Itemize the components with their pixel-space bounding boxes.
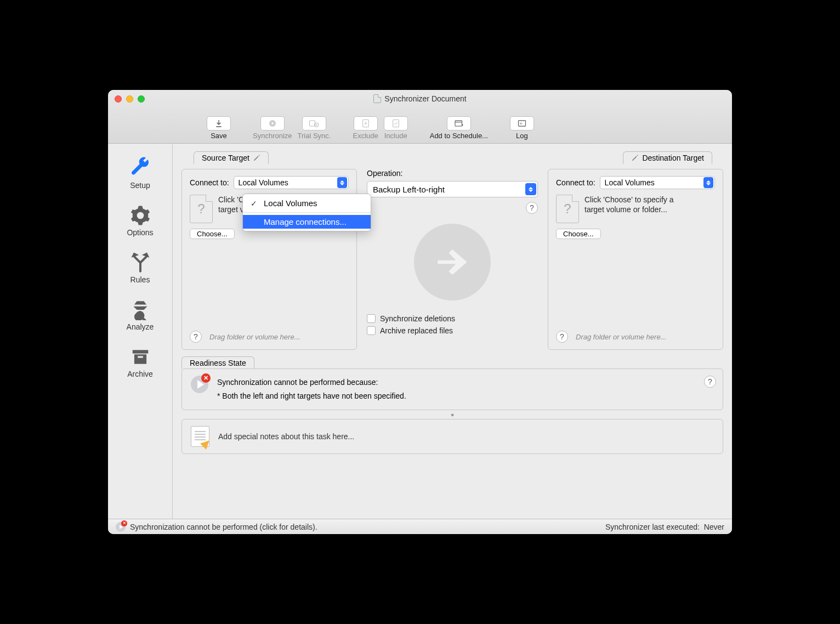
titlebar: Synchronizer Document Save Synchronize T… (108, 90, 732, 144)
log-button[interactable]: \n Log (510, 116, 534, 140)
readiness-tab: Readiness State (181, 356, 254, 369)
destination-target-tab[interactable]: Destination Target (623, 151, 712, 164)
sidebar-item-analyze[interactable]: Analyze (127, 299, 154, 331)
destination-connect-select[interactable]: Local Volumes (600, 176, 715, 189)
schedule-label: Add to Schedule... (430, 132, 488, 140)
unknown-document-icon: ? (556, 195, 579, 223)
svg-rect-6 (393, 120, 399, 127)
status-bar: ✕ Synchronization cannot be performed (c… (108, 519, 732, 534)
select-arrows-icon (703, 177, 713, 188)
sync-deletions-label: Synchronize deletions (380, 314, 455, 323)
last-executed-value: Never (704, 523, 724, 531)
destination-drop-hint: Drag folder or volume here... (576, 333, 666, 341)
checkmark-icon: ✓ (251, 199, 258, 208)
readiness-tab-label: Readiness State (190, 359, 246, 367)
body: Setup Options Rules Analyze Archive (108, 144, 732, 519)
source-panel: Connect to: Local Volumes ? Click 'Choos… (181, 169, 357, 350)
source-tab-label: Source Target (202, 154, 249, 162)
archive-replaced-checkbox[interactable]: Archive replaced files (367, 326, 538, 335)
connect-dropdown-menu: ✓ Local Volumes Manage connections... (242, 194, 371, 231)
checkbox-icon (367, 326, 376, 335)
svg-rect-14 (134, 354, 146, 364)
synchronize-button[interactable]: Synchronize (253, 116, 292, 140)
branch-icon (130, 252, 151, 273)
save-label: Save (211, 132, 227, 140)
source-drop-hint: Drag folder or volume here... (209, 333, 300, 341)
readiness-tab-row: Readiness State (181, 356, 723, 369)
help-button[interactable]: ? (190, 331, 202, 343)
destination-tab-label: Destination Target (642, 154, 704, 162)
operation-select[interactable]: Backup Left-to-right (367, 181, 538, 197)
status-icon: ✕ (116, 522, 126, 532)
error-badge-icon: ✕ (201, 373, 211, 383)
select-arrows-icon (525, 183, 536, 195)
content-pane: Source Target Destination Target Connect… (173, 144, 732, 519)
include-button[interactable]: Include (384, 116, 408, 140)
operation-column: Operation: Backup Left-to-right ? Synchr… (364, 169, 541, 350)
status-left[interactable]: ✕ Synchronization cannot be performed (c… (116, 522, 317, 532)
svg-rect-13 (132, 350, 148, 353)
operation-label: Operation: (367, 169, 538, 178)
exclude-label: Exclude (353, 132, 378, 140)
analyze-label: Analyze (127, 322, 154, 331)
sync-deletions-checkbox[interactable]: Synchronize deletions (367, 314, 538, 323)
target-tabs-row: Source Target Destination Target (181, 151, 723, 163)
pencil-icon (631, 154, 639, 162)
svg-rect-15 (138, 356, 143, 358)
resize-grip[interactable]: ● (181, 411, 723, 418)
menu-item-label: Local Volumes (264, 198, 317, 208)
exclude-button[interactable]: Exclude (353, 116, 378, 140)
readiness-status-icon: ✕ (191, 376, 208, 393)
targets-row: Connect to: Local Volumes ? Click 'Choos… (181, 169, 723, 350)
sidebar-item-options[interactable]: Options (127, 205, 153, 237)
archive-icon (130, 347, 151, 367)
gear-icon (130, 205, 151, 226)
direction-arrow-icon (414, 224, 491, 300)
notes-placeholder: Add special notes about this task here..… (218, 432, 354, 441)
destination-panel: Connect to: Local Volumes ? Click 'Choos… (548, 169, 723, 350)
destination-connect-label: Connect to: (556, 178, 595, 187)
status-message: Synchronization cannot be performed (cli… (130, 523, 317, 531)
last-executed-label: Synchronizer last executed: (605, 523, 700, 531)
rules-label: Rules (130, 275, 150, 284)
sidebar-item-archive[interactable]: Archive (127, 347, 153, 378)
sidebar-item-rules[interactable]: Rules (130, 252, 151, 284)
app-window: Synchronizer Document Save Synchronize T… (108, 90, 732, 534)
synchronize-label: Synchronize (253, 132, 292, 140)
analyze-icon (130, 299, 151, 320)
destination-hint-text: Click 'Choose' to specify a target volum… (584, 195, 694, 214)
svg-marker-4 (316, 124, 318, 126)
menu-item-label: Manage connections... (264, 217, 347, 226)
window-title-text: Synchronizer Document (384, 94, 466, 103)
save-button[interactable]: Save (207, 116, 231, 140)
help-button[interactable]: ? (704, 376, 716, 388)
pencil-icon (253, 154, 260, 162)
document-icon (373, 94, 381, 103)
menu-item-local-volumes[interactable]: ✓ Local Volumes (243, 196, 371, 210)
readiness-panel: ✕ Synchronization cannot be performed be… (181, 368, 723, 410)
menu-item-manage-connections[interactable]: Manage connections... (243, 215, 371, 229)
menu-separator (243, 212, 371, 213)
help-button[interactable]: ? (526, 202, 538, 214)
checkbox-icon (367, 314, 376, 323)
sidebar: Setup Options Rules Analyze Archive (108, 144, 173, 519)
source-target-tab[interactable]: Source Target (194, 151, 269, 164)
window-title: Synchronizer Document (108, 94, 732, 103)
notes-panel[interactable]: Add special notes about this task here..… (181, 419, 723, 454)
log-label: Log (516, 132, 528, 140)
sidebar-item-setup[interactable]: Setup (129, 157, 151, 190)
destination-choose-button[interactable]: Choose... (556, 229, 601, 239)
source-choose-button[interactable]: Choose... (190, 229, 235, 239)
help-button[interactable]: ? (556, 331, 568, 343)
readiness-detail: * Both the left and right targets have n… (217, 389, 406, 403)
select-arrows-icon (337, 177, 347, 188)
source-connect-select[interactable]: Local Volumes (234, 176, 349, 189)
trial-sync-label: Trial Sync. (298, 132, 331, 140)
trial-sync-button[interactable]: Trial Sync. (298, 116, 331, 140)
archive-label: Archive (127, 370, 153, 378)
toolbar: Save Synchronize Trial Sync. Exclude (108, 116, 732, 140)
operation-value: Backup Left-to-right (373, 185, 445, 194)
add-to-schedule-button[interactable]: Add to Schedule... (430, 116, 488, 140)
readiness-message: Synchronization cannot be performed beca… (217, 376, 406, 389)
source-connect-label: Connect to: (190, 178, 229, 187)
